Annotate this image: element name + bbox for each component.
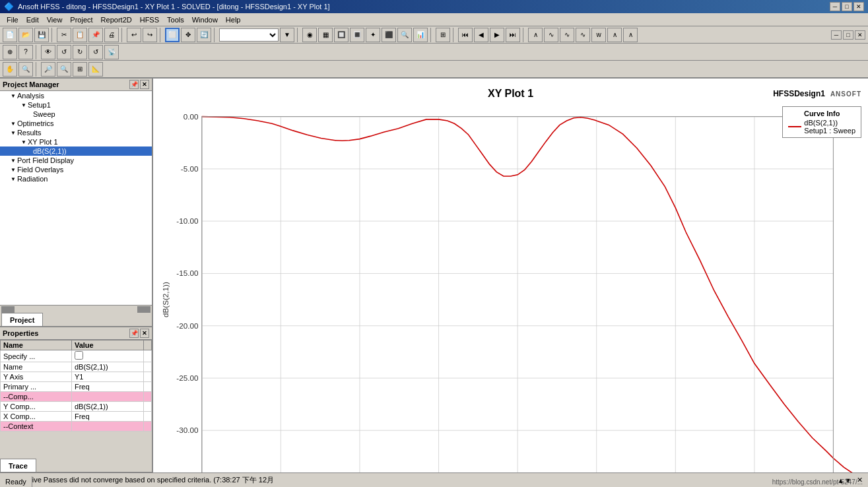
inner-close[interactable]: ✕ <box>855 30 865 40</box>
prop-value[interactable]: dB(S(2,1)) <box>71 362 143 372</box>
close-button[interactable]: ✕ <box>853 2 864 11</box>
tb3-hand[interactable]: ✋ <box>3 62 17 77</box>
chart-area[interactable]: 0.00 -5.00 -10.00 -15.00 -20.00 -25.00 -… <box>160 109 861 472</box>
tb-nav1[interactable]: ⏮ <box>458 28 473 42</box>
menu-item-report2d[interactable]: Report2D <box>97 15 136 25</box>
prop-value[interactable]: Freq <box>71 412 143 422</box>
inner-min[interactable]: ─ <box>831 30 842 40</box>
tree-item[interactable]: ▼ Results <box>0 128 152 137</box>
tb-sim7[interactable]: 🔍 <box>397 28 412 42</box>
tb-redo[interactable]: ↪ <box>143 28 157 42</box>
tb-print[interactable]: 🖨 <box>104 28 119 42</box>
tb-win1[interactable]: ⊞ <box>436 28 450 42</box>
tb-dropdown[interactable] <box>219 28 279 42</box>
tb-sim6[interactable]: ⬛ <box>382 28 396 42</box>
tb-nav4[interactable]: ⏭ <box>506 28 520 42</box>
project-tree[interactable]: ▼ Analysis▼ Setup1 Sweep▼ Optimetrics▼ R… <box>0 91 152 305</box>
tab-project[interactable]: Project <box>1 313 43 326</box>
title-text: Ansoft HFSS - ditong - HFSSDesign1 - XY … <box>14 3 830 11</box>
tb2-3[interactable]: 👁 <box>41 45 55 59</box>
tb-sim5[interactable]: ✦ <box>366 28 380 42</box>
prop-value[interactable]: Freq <box>71 382 143 392</box>
prop-scroll-col <box>144 350 152 362</box>
tb-save[interactable]: 💾 <box>34 28 49 42</box>
tb-rotate[interactable]: 🔄 <box>197 28 211 42</box>
prop-value[interactable] <box>71 350 143 362</box>
tb2-6[interactable]: ↺ <box>88 45 103 59</box>
prop-close[interactable]: ✕ <box>140 329 149 338</box>
menu-item-project[interactable]: Project <box>66 15 96 25</box>
tb-sim4[interactable]: 🔳 <box>350 28 364 42</box>
menu-item-help[interactable]: Help <box>222 15 245 25</box>
tb-wave3[interactable]: ∿ <box>560 28 574 42</box>
tb-wave7[interactable]: ∧ <box>623 28 638 42</box>
tb-open[interactable]: 📂 <box>18 28 33 42</box>
prop-value[interactable]: dB(S(2,1)) <box>71 402 143 412</box>
tb3-zoomin[interactable]: 🔎 <box>41 62 55 77</box>
menu-item-view[interactable]: View <box>43 15 67 25</box>
tb-nav3[interactable]: ▶ <box>490 28 504 42</box>
tree-item[interactable]: ▼ Port Field Display <box>0 156 152 165</box>
tb-undo[interactable]: ↩ <box>127 28 141 42</box>
tb-select[interactable]: ⬜ <box>165 28 180 42</box>
prop-value[interactable] <box>71 422 143 432</box>
tb2-1[interactable]: ⊕ <box>3 45 17 59</box>
menu-item-tools[interactable]: Tools <box>163 15 188 25</box>
tree-item[interactable]: dB(S(2,1)) <box>0 146 152 156</box>
tree-item[interactable]: ▼ XY Plot 1 <box>0 137 152 146</box>
tb3-fit[interactable]: ⊞ <box>73 62 87 77</box>
pm-hscroll[interactable] <box>0 305 152 313</box>
tab-trace[interactable]: Trace <box>0 459 36 472</box>
pm-close[interactable]: ✕ <box>140 80 149 89</box>
prop-checkbox[interactable] <box>75 351 83 360</box>
tree-item[interactable]: ▼ Radiation <box>0 174 152 183</box>
minimize-button[interactable]: ─ <box>830 2 840 11</box>
tb-sim3[interactable]: 🔲 <box>334 28 349 42</box>
menu-item-window[interactable]: Window <box>188 15 222 25</box>
inner-max[interactable]: □ <box>843 30 853 40</box>
prop-scroll-col <box>144 382 152 392</box>
prop-pin[interactable]: 📌 <box>129 329 139 338</box>
tb-wave1[interactable]: ∧ <box>528 28 543 42</box>
pm-pin[interactable]: 📌 <box>129 80 139 89</box>
tb-move[interactable]: ✥ <box>181 28 195 42</box>
tree-item-label: Optimetrics <box>17 119 54 127</box>
tb-wave6[interactable]: ∧ <box>607 28 622 42</box>
tb-sim8[interactable]: 📊 <box>413 28 428 42</box>
properties-scroll[interactable]: Name Value Specify ...NamedB(S(2,1))Y Ax… <box>0 340 152 457</box>
tb-filter[interactable]: ▼ <box>280 28 294 42</box>
tb-new[interactable]: 📄 <box>3 28 17 42</box>
prop-value[interactable]: Y1 <box>71 372 143 382</box>
tb-wave2[interactable]: ∿ <box>544 28 558 42</box>
tb-cut[interactable]: ✂ <box>57 28 71 42</box>
tb-sim2[interactable]: ▦ <box>318 28 333 42</box>
tree-item[interactable]: ▼ Setup1 <box>0 100 152 110</box>
tb2-5[interactable]: ↻ <box>73 45 87 59</box>
tb-paste[interactable]: 📌 <box>88 28 103 42</box>
prop-header-btns: 📌 ✕ <box>129 329 149 338</box>
pm-header-btns: 📌 ✕ <box>129 80 149 89</box>
maximize-button[interactable]: □ <box>842 2 852 11</box>
tree-item[interactable]: ▼ Field Overlays <box>0 165 152 174</box>
tree-item-label: Sweep <box>33 110 55 118</box>
tb-wave4[interactable]: ∿ <box>576 28 590 42</box>
menu-item-hfss[interactable]: HFSS <box>136 15 163 25</box>
toolbar-2: ⊕ ? 👁 ↺ ↻ ↺ 📡 <box>0 44 868 61</box>
tree-item[interactable]: ▼ Analysis <box>0 91 152 100</box>
tb3-measure[interactable]: 📐 <box>88 62 103 77</box>
tree-item[interactable]: Sweep <box>0 110 152 119</box>
tb3-zoomout[interactable]: 🔍 <box>57 62 71 77</box>
tb-sim1[interactable]: ◉ <box>302 28 317 42</box>
tb2-2[interactable]: ? <box>18 45 33 59</box>
tb3-zoom[interactable]: 🔍 <box>18 62 33 77</box>
prop-value[interactable] <box>71 392 143 402</box>
tb-nav2[interactable]: ◀ <box>474 28 488 42</box>
menu-item-file[interactable]: File <box>3 15 22 25</box>
menu-item-edit[interactable]: Edit <box>22 15 43 25</box>
tb2-4[interactable]: ↺ <box>57 45 71 59</box>
tb-copy[interactable]: 📋 <box>73 28 87 42</box>
props-row: Y AxisY1 <box>1 372 152 382</box>
tb2-7[interactable]: 📡 <box>104 45 119 59</box>
tree-item[interactable]: ▼ Optimetrics <box>0 119 152 128</box>
tb-wave5[interactable]: w <box>591 28 606 42</box>
